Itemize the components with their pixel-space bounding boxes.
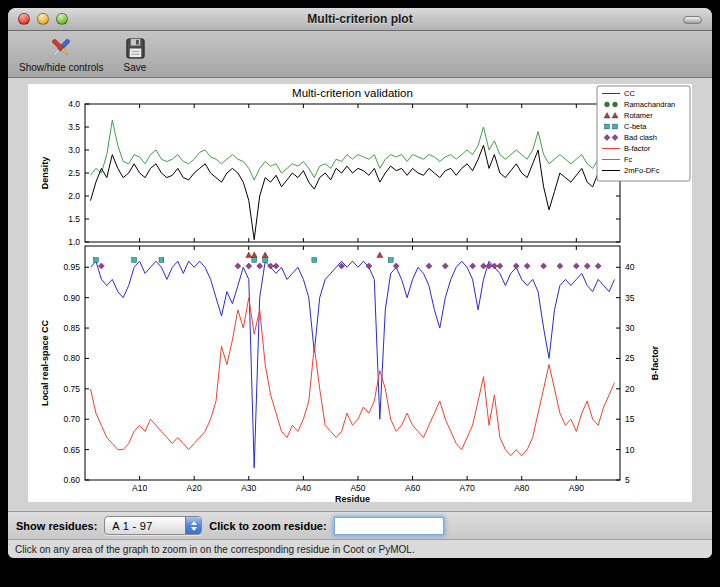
plot-area: Multi-criterion validation1.01.52.02.53.… [8,78,712,511]
close-button[interactable] [18,13,30,25]
svg-text:35: 35 [625,293,635,303]
svg-text:2mFo-DFc: 2mFo-DFc [624,166,660,175]
density-plot: 1.01.52.02.53.03.54.0Density [40,99,620,247]
svg-text:Multi-criterion validation: Multi-criterion validation [292,87,413,99]
toolbar-toggle-button[interactable] [683,16,702,24]
zoom-residue-input[interactable] [334,517,444,535]
svg-text:2.0: 2.0 [68,191,80,201]
svg-text:CC: CC [624,89,635,98]
window-controls [18,13,68,25]
zoom-residue-label: Click to zoom residue: [209,520,326,532]
svg-text:0.60: 0.60 [63,475,80,485]
svg-text:A20: A20 [187,483,202,493]
svg-text:Local real-space CC: Local real-space CC [40,319,50,406]
minimize-button[interactable] [37,13,49,25]
svg-text:B-factor: B-factor [650,345,660,380]
titlebar[interactable]: Multi-criterion plot [8,8,712,31]
svg-text:0.90: 0.90 [63,293,80,303]
legend: CCRamachandranRotamerC-betaBad clashB-fa… [597,86,690,181]
show-hide-controls-label: Show/hide controls [19,62,104,73]
svg-text:2.5: 2.5 [68,168,80,178]
svg-text:4.0: 4.0 [68,99,80,109]
svg-text:10: 10 [625,445,635,455]
svg-text:5: 5 [625,475,630,485]
svg-text:A90: A90 [569,483,584,493]
floppy-disk-icon [124,35,147,62]
svg-text:20: 20 [625,384,635,394]
svg-text:0.85: 0.85 [63,323,80,333]
svg-text:A30: A30 [241,483,256,493]
svg-text:0.65: 0.65 [63,445,80,455]
show-hide-controls-button[interactable]: Show/hide controls [16,34,107,74]
controls-bar: Show residues: A 1 - 97 Click to zoom re… [8,511,712,539]
residue-range-value: A 1 - 97 [105,517,185,534]
svg-text:3.0: 3.0 [68,145,80,155]
svg-text:0.80: 0.80 [63,353,80,363]
svg-text:A10: A10 [132,483,147,493]
svg-text:0.95: 0.95 [63,262,80,272]
svg-text:Density: Density [40,157,50,190]
svg-text:Fc: Fc [624,155,633,164]
residue-range-dropdown[interactable]: A 1 - 97 [104,516,202,535]
svg-text:0.70: 0.70 [63,414,80,424]
zoom-button[interactable] [56,13,68,25]
app-window: Multi-criterion plot Show/hide controls [8,8,712,558]
svg-text:A80: A80 [514,483,529,493]
svg-text:3.5: 3.5 [68,122,80,132]
svg-text:A60: A60 [405,483,420,493]
save-button[interactable]: Save [121,34,150,74]
svg-text:Residue: Residue [335,494,370,502]
crossed-tools-icon [48,35,74,62]
svg-text:0.75: 0.75 [63,384,80,394]
svg-text:30: 30 [625,323,635,333]
figure-canvas[interactable]: Multi-criterion validation1.01.52.02.53.… [28,84,692,502]
svg-text:A70: A70 [460,483,475,493]
cc-bfactor-plot: 0.600.650.700.750.800.850.900.9551015202… [40,246,660,502]
show-residues-label: Show residues: [16,520,97,532]
svg-text:A50: A50 [350,483,365,493]
popup-stepper-icon [185,517,201,534]
svg-text:Bad clash: Bad clash [624,133,657,142]
svg-text:25: 25 [625,353,635,363]
svg-text:40: 40 [625,262,635,272]
status-text: Click on any area of the graph to zoom i… [15,544,415,555]
status-bar: Click on any area of the graph to zoom i… [8,539,712,558]
svg-text:Rotamer: Rotamer [624,111,653,120]
svg-text:1.0: 1.0 [68,237,80,247]
svg-text:15: 15 [625,414,635,424]
svg-text:A40: A40 [296,483,311,493]
svg-text:1.5: 1.5 [68,214,80,224]
window-title: Multi-criterion plot [8,12,712,26]
toolbar: Show/hide controls Save [8,31,712,78]
svg-text:C-beta: C-beta [624,122,647,131]
svg-text:Ramachandran: Ramachandran [624,100,675,109]
svg-text:B-factor: B-factor [624,144,651,153]
save-label: Save [124,62,147,73]
